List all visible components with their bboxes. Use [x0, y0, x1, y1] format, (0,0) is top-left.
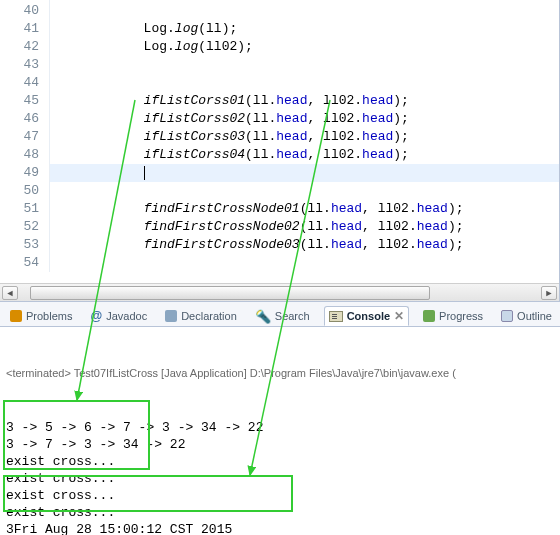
line-number: 52	[0, 218, 39, 236]
tab-label: Javadoc	[106, 310, 147, 322]
tab-label: Progress	[439, 310, 483, 322]
line-number: 50	[0, 182, 39, 200]
horizontal-scrollbar[interactable]: ◄ ►	[0, 283, 559, 301]
tab-outline[interactable]: Outline	[497, 308, 556, 324]
problems-icon	[10, 310, 22, 322]
console-line: 3 -> 5 -> 6 -> 7 -> 3 -> 34 -> 22	[6, 419, 554, 436]
line-number: 53	[0, 236, 39, 254]
code-line[interactable]: ifListCorss02(ll.head, ll02.head);	[50, 110, 559, 128]
console-line: 3Fri Aug 28 15:00:12 CST 2015	[6, 521, 554, 535]
line-number: 41	[0, 20, 39, 38]
code-line[interactable]	[50, 2, 559, 20]
console-line: exist cross...	[6, 487, 554, 504]
console-icon	[329, 311, 343, 322]
line-number: 46	[0, 110, 39, 128]
code-text[interactable]: Log.log(ll); Log.log(ll02); ifListCorss0…	[50, 0, 559, 272]
line-number: 42	[0, 38, 39, 56]
code-line[interactable]: findFirstCrossNode01(ll.head, ll02.head)…	[50, 200, 559, 218]
views-tab-bar: Problems @ Javadoc Declaration 🔦 Search …	[0, 302, 560, 327]
line-number: 44	[0, 74, 39, 92]
code-line[interactable]	[50, 74, 559, 92]
code-line[interactable]: ifListCorss03(ll.head, ll02.head);	[50, 128, 559, 146]
line-number: 54	[0, 254, 39, 272]
scroll-left-arrow-icon[interactable]: ◄	[2, 286, 18, 300]
console-pane[interactable]: <terminated> Test07IfListCross [Java App…	[0, 327, 560, 535]
code-line[interactable]	[50, 182, 559, 200]
tab-console[interactable]: Console ✕	[324, 306, 409, 326]
code-area[interactable]: 404142434445464748495051525354 Log.log(l…	[0, 0, 559, 275]
tab-javadoc[interactable]: @ Javadoc	[86, 307, 151, 325]
code-line[interactable]: Log.log(ll02);	[50, 38, 559, 56]
tab-label: Problems	[26, 310, 72, 322]
line-number: 45	[0, 92, 39, 110]
tab-declaration[interactable]: Declaration	[161, 308, 241, 324]
code-line[interactable]: Log.log(ll);	[50, 20, 559, 38]
search-icon: 🔦	[255, 309, 271, 324]
tab-label: Declaration	[181, 310, 237, 322]
tab-label: Outline	[517, 310, 552, 322]
code-line[interactable]: ifListCorss04(ll.head, ll02.head);	[50, 146, 559, 164]
line-number: 51	[0, 200, 39, 218]
code-line[interactable]: findFirstCrossNode03(ll.head, ll02.head)…	[50, 236, 559, 254]
code-line[interactable]	[50, 254, 559, 272]
declaration-icon	[165, 310, 177, 322]
javadoc-icon: @	[90, 309, 102, 323]
scrollbar-thumb[interactable]	[30, 286, 430, 300]
code-line[interactable]	[50, 56, 559, 74]
code-line[interactable]: findFirstCrossNode02(ll.head, ll02.head)…	[50, 218, 559, 236]
progress-icon	[423, 310, 435, 322]
console-line: exist cross...	[6, 470, 554, 487]
line-number: 48	[0, 146, 39, 164]
line-number: 40	[0, 2, 39, 20]
line-number: 49	[0, 164, 39, 182]
tab-problems[interactable]: Problems	[6, 308, 76, 324]
code-line[interactable]: ifListCorss01(ll.head, ll02.head);	[50, 92, 559, 110]
console-line: exist cross...	[6, 504, 554, 521]
console-line: exist cross...	[6, 453, 554, 470]
tab-label: Search	[275, 310, 310, 322]
console-output: 3 -> 5 -> 6 -> 7 -> 3 -> 34 -> 223 -> 7 …	[6, 419, 554, 535]
console-termination-line: <terminated> Test07IfListCross [Java App…	[6, 365, 554, 382]
scroll-right-arrow-icon[interactable]: ►	[541, 286, 557, 300]
outline-icon	[501, 310, 513, 322]
line-number: 43	[0, 56, 39, 74]
tab-progress[interactable]: Progress	[419, 308, 487, 324]
tab-search[interactable]: 🔦 Search	[251, 307, 314, 326]
line-number: 47	[0, 128, 39, 146]
tab-label: Console	[347, 310, 390, 322]
line-number-gutter: 404142434445464748495051525354	[0, 0, 50, 272]
code-editor-pane: 404142434445464748495051525354 Log.log(l…	[0, 0, 560, 302]
close-icon[interactable]: ✕	[394, 309, 404, 323]
console-line: 3 -> 7 -> 3 -> 34 -> 22	[6, 436, 554, 453]
code-line[interactable]	[50, 164, 559, 182]
